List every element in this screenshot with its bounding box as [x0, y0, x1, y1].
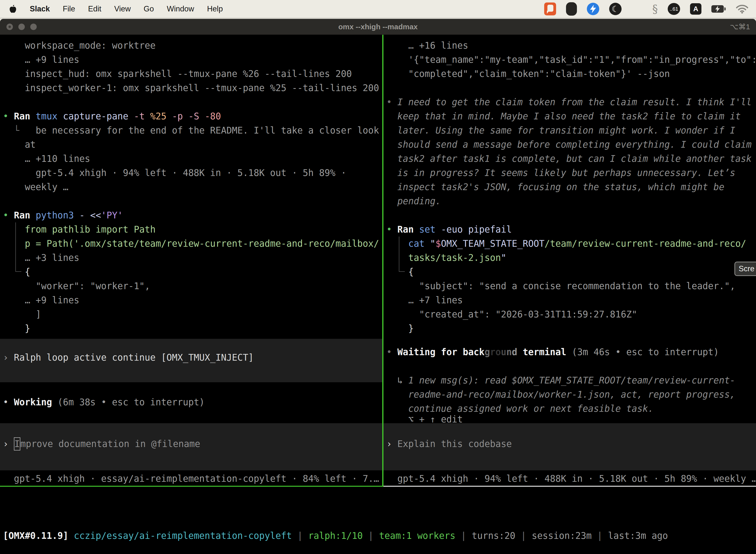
terminal-line: }: [3, 321, 382, 336]
prompt-input[interactable]: › Explain this codebase: [386, 437, 756, 451]
terminal-line: {: [3, 265, 382, 279]
terminal-line: weekly …: [3, 180, 382, 194]
terminal-line: • Ran python3 - <<'PY': [3, 208, 382, 222]
terminal-line: workspace_mode: worktree: [3, 39, 382, 53]
terminal-window: omx --xhigh --madmax ⌥⌘1 workspace_mode:…: [0, 19, 756, 554]
terminal-line: … +16 lines: [386, 39, 756, 53]
terminal-line: should send a message before completing …: [386, 137, 756, 152]
tmux-pane-left[interactable]: workspace_mode: worktree … +9 lines insp…: [0, 35, 382, 486]
blue-badge-icon[interactable]: [587, 3, 599, 15]
pane-bottom-border-inactive: [383, 486, 756, 487]
terminal-line: '{"team_name":"my-team","task_id":"1","f…: [386, 53, 756, 67]
terminal-line: • I need to get the claim token from the…: [386, 95, 756, 109]
terminal-line: [3, 194, 382, 208]
crescent-icon[interactable]: ☾: [609, 3, 622, 15]
working-status: • Working (6m 38s • esc to interrupt): [3, 395, 382, 409]
terminal-line: inspect_hud: omx sparkshell --tmux-pane …: [3, 67, 382, 81]
dots-grid-icon[interactable]: [631, 3, 642, 14]
waiting-status: • Waiting for background terminal (3m 46…: [386, 345, 756, 359]
terminal-line: cat "$OMX_TEAM_STATE_ROOT/team/review-cu…: [386, 236, 756, 251]
new-message-note: ↳ 1 new msg(s): read $OMX_TEAM_STATE_ROO…: [386, 373, 756, 416]
terminal-line: ]: [3, 307, 382, 321]
menu-go[interactable]: Go: [144, 4, 154, 13]
terminal-line: keep that in mind. Maybe I also need the…: [386, 109, 756, 123]
window-shortcut-label: ⌥⌘1: [730, 22, 750, 31]
terminal-line: p = Path('.omx/state/team/review-current…: [3, 236, 382, 251]
menu-bar: Slack FileEditViewGoWindowHelp ☾ § ..61 …: [0, 0, 756, 18]
terminal-line: "completed","claim_token":"claim-token"}…: [386, 67, 756, 81]
window-title: omx --xhigh --madmax: [0, 22, 756, 31]
omx-status-line: [OMX#0.11.9] cczip/essay/ai-reimplementa…: [3, 529, 668, 543]
terminal-line: [386, 208, 756, 222]
squiggle-icon[interactable]: §: [652, 3, 658, 15]
menu-file[interactable]: File: [63, 4, 75, 13]
terminal-line: is in progress? It seems likely but perh…: [386, 166, 756, 180]
menu-view[interactable]: View: [114, 4, 131, 13]
window-title-bar[interactable]: omx --xhigh --madmax ⌥⌘1: [0, 19, 756, 35]
prompt-input[interactable]: › Improve documentation in @filename: [3, 437, 382, 451]
terminal-line: … +9 lines: [3, 53, 382, 67]
terminal-line: readme-and-reco/mailbox/worker-1.json, a…: [386, 387, 756, 402]
screen-tooltip: Scre: [735, 262, 756, 276]
pane-bottom-border-active: [0, 486, 383, 487]
ralph-loop-band: › Ralph loop active continue [OMX_TMUX_I…: [0, 339, 382, 382]
terminal-content: workspace_mode: worktree … +9 lines insp…: [0, 35, 756, 554]
apple-menu-icon[interactable]: [9, 4, 17, 14]
terminal-line: … +110 lines: [3, 152, 382, 166]
terminal-line: └ be necessary for the end of the README…: [3, 123, 382, 137]
menu-bar-status-icons: ☾ § ..61 A: [544, 2, 756, 16]
menu-edit[interactable]: Edit: [88, 4, 101, 13]
menu-items: FileEditViewGoWindowHelp: [63, 4, 223, 13]
terminal-line: {: [386, 265, 756, 279]
menu-window[interactable]: Window: [167, 4, 194, 13]
terminal-line: [386, 81, 756, 95]
terminal-line: pending.: [386, 194, 756, 208]
tree-guideline: [399, 236, 399, 272]
left-pane-output: workspace_mode: worktree … +9 lines insp…: [3, 39, 382, 336]
terminal-line: "created_at": "2026-03-31T11:59:27.816Z": [386, 307, 756, 321]
tree-guideline: [399, 271, 405, 272]
menu-app-name[interactable]: Slack: [30, 4, 50, 13]
terminal-line: [3, 95, 382, 109]
terminal-line: gpt-5.4 xhigh · 94% left · 488K in · 5.1…: [3, 166, 382, 180]
terminal-line: from pathlib import Path: [3, 222, 382, 236]
tmux-pane-divider[interactable]: [382, 35, 383, 487]
terminal-line: … +7 lines: [386, 293, 756, 307]
wifi-icon[interactable]: [736, 4, 749, 14]
terminal-line: task2 after task1 is complete, but can I…: [386, 152, 756, 166]
right-pane-status-line: gpt-5.4 xhigh · 94% left · 488K in · 5.1…: [386, 472, 756, 486]
battery-percent-badge[interactable]: ..61: [668, 3, 680, 15]
ralph-loop-status: › Ralph loop active continue [OMX_TMUX_I…: [3, 350, 382, 365]
terminal-line: "worker": "worker-1",: [3, 279, 382, 293]
prompt-input-band[interactable]: › Explain this codebase: [383, 423, 756, 470]
input-source-icon[interactable]: A: [690, 3, 701, 15]
menu-bar-left: Slack FileEditViewGoWindowHelp: [0, 4, 223, 14]
grid-shield-icon[interactable]: [566, 2, 577, 16]
tree-guideline: [15, 271, 21, 272]
right-pane-output: … +16 lines '{"team_name":"my-team","tas…: [386, 39, 756, 336]
terminal-line: }: [386, 321, 756, 336]
battery-icon[interactable]: [711, 5, 726, 13]
terminal-line: … +9 lines: [3, 293, 382, 307]
screenshare-icon[interactable]: [544, 2, 556, 15]
terminal-line: ↳ 1 new msg(s): read $OMX_TEAM_STATE_ROO…: [386, 373, 756, 387]
terminal-line: • Ran set -euo pipefail: [386, 222, 756, 236]
menu-help[interactable]: Help: [207, 4, 223, 13]
tmux-pane-right[interactable]: … +16 lines '{"team_name":"my-team","tas…: [383, 35, 756, 486]
prompt-input-band[interactable]: › Improve documentation in @filename: [0, 423, 382, 470]
terminal-line: later. Using the same for transition mig…: [386, 123, 756, 137]
terminal-line: "subject": "send a concise recommendatio…: [386, 279, 756, 293]
tree-guideline: [15, 222, 16, 272]
terminal-line: • Ran tmux capture-pane -t %25 -p -S -80: [3, 109, 382, 123]
left-pane-status-line: gpt-5.4 xhigh · essay/ai-reimplementatio…: [3, 472, 382, 486]
terminal-line: tasks/task-2.json": [386, 251, 756, 265]
terminal-line: at: [3, 137, 382, 152]
terminal-line: inspect_worker-1: omx sparkshell --tmux-…: [3, 81, 382, 95]
terminal-line: inspect task2's JSON, focusing on the st…: [386, 180, 756, 194]
terminal-line: … +3 lines: [3, 251, 382, 265]
